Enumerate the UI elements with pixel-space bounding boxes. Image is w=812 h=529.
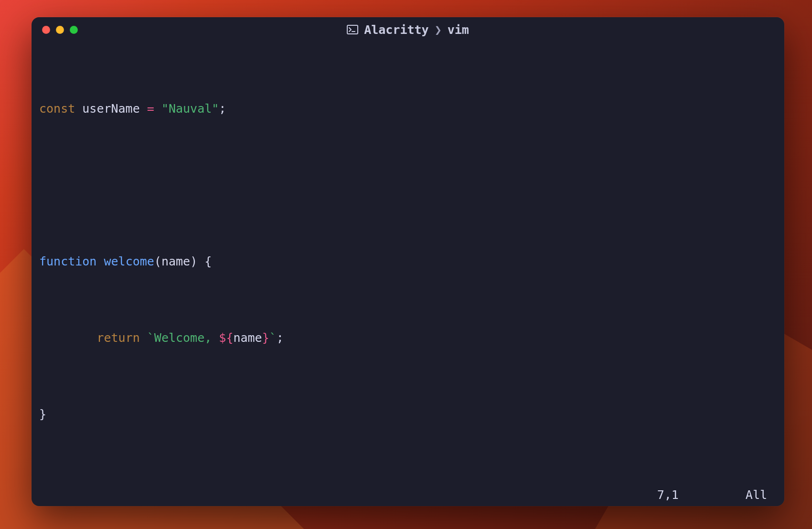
minimize-button[interactable] (56, 26, 64, 34)
title-process: vim (448, 23, 469, 37)
svg-rect-0 (347, 25, 358, 34)
code-line: function welcome(name) { (39, 252, 777, 271)
titlebar: Alacritty ❯ vim (32, 17, 784, 42)
code-line (39, 176, 777, 195)
code-line: const userName = "Nauval"; (39, 99, 777, 118)
title-separator: ❯ (435, 23, 442, 37)
terminal-window: Alacritty ❯ vim const userName = "Nauval… (32, 17, 784, 506)
vim-statusbar: 7,1 All (32, 487, 784, 506)
code-line: } (39, 405, 777, 424)
code-line (39, 481, 777, 487)
editor-viewport[interactable]: const userName = "Nauval"; function welc… (32, 42, 784, 487)
title-app: Alacritty (364, 23, 428, 37)
cursor-position: 7,1 (657, 488, 679, 502)
maximize-button[interactable] (70, 26, 78, 34)
scroll-indicator: All (746, 488, 767, 502)
terminal-icon (347, 25, 358, 34)
code-line: return `Welcome, ${name}`; (39, 328, 777, 348)
traffic-lights (32, 26, 78, 34)
close-button[interactable] (42, 26, 50, 34)
window-title: Alacritty ❯ vim (32, 23, 784, 37)
